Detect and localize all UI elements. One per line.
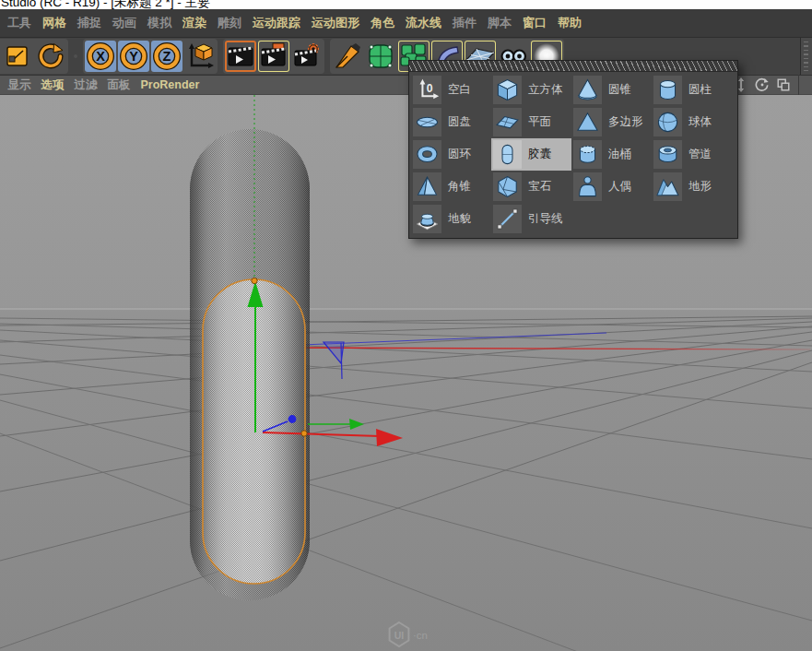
menubar-item[interactable]: 流水线 bbox=[400, 15, 447, 31]
primitive-item-label: 人偶 bbox=[608, 179, 631, 195]
render-view-icon bbox=[225, 41, 256, 72]
primitive-item-plane[interactable]: 平面 bbox=[491, 106, 571, 138]
scale-icon bbox=[2, 41, 33, 72]
y-axis-lock-button[interactable]: Y bbox=[118, 41, 149, 72]
toggle-view-button[interactable] bbox=[776, 77, 791, 92]
svg-text:Z: Z bbox=[163, 49, 171, 64]
rotate-tool-button[interactable] bbox=[35, 41, 66, 72]
coordinate-system-button[interactable] bbox=[184, 41, 216, 72]
sphere-icon bbox=[653, 108, 682, 136]
primitive-item-oil-tank[interactable]: 油桶 bbox=[571, 138, 652, 171]
primitive-item-cube[interactable]: 立方体 bbox=[491, 74, 571, 106]
torus-icon bbox=[413, 140, 441, 169]
title-bar: Studio (RC - R19) - [未标题 2 *] - 主要 bbox=[0, 0, 812, 9]
subdivision-surface-button[interactable] bbox=[365, 41, 396, 72]
primitive-item-landscape[interactable]: 地形 bbox=[652, 171, 732, 203]
tube-icon bbox=[653, 140, 682, 169]
polygon-icon bbox=[573, 108, 602, 136]
window-title: Studio (RC - R19) - [未标题 2 *] - 主要 bbox=[1, 0, 812, 9]
axis-ring-icon: Z bbox=[151, 41, 182, 72]
primitive-item-tube[interactable]: 管道 bbox=[652, 138, 732, 171]
menubar-item[interactable]: 插件 bbox=[447, 15, 482, 31]
primitive-item-platonic[interactable]: 宝石 bbox=[491, 171, 571, 203]
z-axis-dot[interactable] bbox=[288, 415, 297, 423]
subdivision-icon bbox=[365, 41, 396, 72]
toolbar-group-transform-tools bbox=[0, 39, 68, 74]
rotate-view-button[interactable] bbox=[755, 77, 770, 92]
primitive-item-label: 立方体 bbox=[528, 82, 563, 98]
svg-text:0: 0 bbox=[427, 82, 433, 95]
menubar-item[interactable]: 渲染 bbox=[177, 15, 212, 31]
menubar-item[interactable]: 窗口 bbox=[517, 15, 552, 31]
toolbar-group-axis-locks: XYZ bbox=[83, 39, 218, 74]
render-picture-icon bbox=[258, 41, 289, 72]
primitive-item-sphere[interactable]: 球体 bbox=[652, 106, 732, 138]
watermark-suffix-text: ·cn bbox=[413, 630, 428, 641]
x-axis-lock-button[interactable]: X bbox=[85, 41, 116, 72]
menubar-item[interactable]: 模拟 bbox=[142, 15, 177, 31]
primitive-item-capsule[interactable]: 胶囊 bbox=[491, 138, 571, 171]
primitive-item-label: 球体 bbox=[688, 114, 712, 130]
primitive-item-null[interactable]: 0空白 bbox=[411, 74, 491, 106]
primitive-item-label: 多边形 bbox=[608, 114, 643, 130]
menubar-item[interactable]: 捕捉 bbox=[72, 15, 107, 31]
toggle-view-icon bbox=[776, 77, 791, 92]
platonic-icon bbox=[493, 172, 522, 201]
menubar-item[interactable]: 运动跟踪 bbox=[247, 15, 306, 31]
z-axis-lock-button[interactable]: Z bbox=[151, 41, 182, 72]
menubar-item[interactable]: 运动图形 bbox=[306, 15, 365, 31]
menubar-item[interactable]: 角色 bbox=[365, 15, 400, 31]
menubar-item[interactable]: 脚本 bbox=[482, 15, 517, 31]
primitive-item-label: 宝石 bbox=[528, 179, 551, 195]
menubar-item[interactable]: 雕刻 bbox=[212, 15, 247, 31]
toolbar-group-render-commands bbox=[223, 39, 324, 74]
primitive-item-disc[interactable]: 圆盘 bbox=[411, 106, 491, 138]
primitive-item-label: 空白 bbox=[448, 82, 471, 98]
viewport-menu-item[interactable]: 面板 bbox=[102, 77, 135, 93]
viewport-menu-item[interactable]: 显示 bbox=[3, 77, 36, 93]
render-settings-button[interactable] bbox=[291, 41, 323, 72]
scale-tool-button[interactable] bbox=[2, 41, 33, 72]
primitive-item-polygon[interactable]: 多边形 bbox=[571, 106, 652, 138]
menubar-item[interactable]: 帮助 bbox=[552, 15, 587, 31]
svg-text:X: X bbox=[96, 49, 105, 64]
disc-icon bbox=[413, 108, 441, 136]
primitive-item-guide[interactable]: 引导线 bbox=[491, 203, 571, 235]
capsule-top-handle[interactable] bbox=[252, 278, 257, 283]
viewport-menu-item[interactable]: 过滤 bbox=[69, 77, 102, 93]
menubar-item[interactable]: 网格 bbox=[37, 15, 72, 31]
render-view-button[interactable] bbox=[225, 41, 256, 72]
capsule-object[interactable] bbox=[190, 129, 310, 600]
primitives-flyout-menu: 0空白立方体圆锥圆柱圆盘平面多边形球体圆环胶囊油桶管道角锥宝石人偶地形地貌引导线 bbox=[408, 60, 738, 239]
primitive-item-label: 圆锥 bbox=[608, 82, 631, 98]
primitive-item-label: 胶囊 bbox=[528, 147, 551, 162]
primitive-item-pyramid[interactable]: 角锥 bbox=[411, 171, 491, 203]
capsule-radius-handle[interactable] bbox=[301, 431, 307, 436]
menubar-item[interactable]: 动画 bbox=[107, 15, 142, 31]
menubar-item[interactable]: 工具 bbox=[2, 15, 37, 31]
svg-text:Y: Y bbox=[129, 49, 138, 64]
primitive-item-label: 平面 bbox=[528, 114, 551, 130]
primitive-item-relief[interactable]: 地貌 bbox=[411, 203, 491, 235]
spline-pen-button[interactable] bbox=[332, 41, 363, 72]
render-picture-viewer-button[interactable] bbox=[258, 41, 289, 72]
axis-ring-icon: X bbox=[85, 41, 116, 72]
collapsed-palette-edge[interactable] bbox=[800, 38, 812, 75]
primitive-item-label: 角锥 bbox=[448, 179, 471, 195]
primitives-grid: 0空白立方体圆锥圆柱圆盘平面多边形球体圆环胶囊油桶管道角锥宝石人偶地形地貌引导线 bbox=[409, 72, 737, 238]
primitive-item-cylinder[interactable]: 圆柱 bbox=[652, 74, 732, 106]
capsule-icon bbox=[493, 140, 522, 169]
primitive-item-figure[interactable]: 人偶 bbox=[571, 171, 652, 203]
primitive-item-torus[interactable]: 圆环 bbox=[411, 138, 491, 171]
primitive-item-label: 圆环 bbox=[448, 147, 471, 162]
viewport-menu-item[interactable]: ProRender bbox=[135, 78, 205, 91]
figure-icon bbox=[573, 172, 602, 201]
guide-icon bbox=[493, 205, 522, 233]
primitive-item-cone[interactable]: 圆锥 bbox=[571, 74, 652, 106]
pen-icon bbox=[332, 41, 363, 72]
coord-system-icon bbox=[184, 41, 216, 72]
viewport-menu-item[interactable]: 选项 bbox=[36, 77, 69, 93]
axis-ring-icon: Y bbox=[118, 41, 149, 72]
flyout-drag-handle[interactable] bbox=[409, 61, 737, 72]
primitive-item-label: 地貌 bbox=[448, 211, 471, 227]
